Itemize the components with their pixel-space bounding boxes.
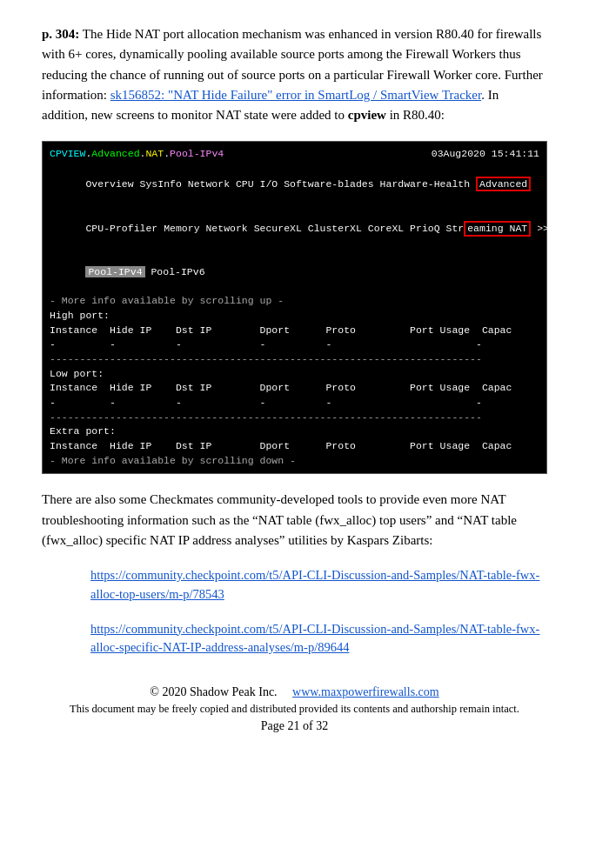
main-content: p. 304: The Hide NAT port allocation mec… [42, 24, 547, 733]
footer: © 2020 Shadow Peak Inc. www.maxpowerfire… [42, 685, 547, 733]
link-block-2: https://community.checkpoint.com/t5/API-… [90, 620, 547, 658]
terminal-sep-1: ----------------------------------------… [50, 352, 539, 367]
terminal-low-port-header: Instance Hide IP Dst IP Dport Proto Port… [50, 381, 539, 396]
website-link[interactable]: www.maxpowerfirewalls.com [292, 685, 439, 698]
terminal-extra-port-header: Instance Hide IP Dst IP Dport Proto Port… [50, 439, 539, 454]
intro-paragraph: p. 304: The Hide NAT port allocation mec… [42, 24, 547, 125]
terminal-title: CPVIEW.Advanced.NAT.Pool-IPv4 [50, 147, 224, 162]
intro-text3: in R80.40: [386, 108, 445, 122]
terminal-timestamp: 03Aug2020 15:41:11 [432, 147, 539, 162]
terminal-scroll-up: - More info available by scrolling up - [50, 294, 539, 309]
sk156852-link[interactable]: sk156852: "NAT Hide Failure" error in Sm… [110, 88, 481, 102]
cpview-word: cpview [348, 108, 386, 122]
nat-highlight: eaming NAT [464, 221, 531, 237]
terminal-arrow: >> [531, 223, 549, 234]
terminal-menu-left: Overview SysInfo Network CPU I/O Softwar… [85, 178, 476, 190]
footer-notice-text: This document may be freely copied and d… [42, 703, 547, 716]
terminal-line-2: Overview SysInfo Network CPU I/O Softwar… [50, 162, 539, 206]
pool-ipv6-tab: Pool-IPv6 [145, 266, 205, 277]
terminal-extra-port-label: Extra port: [50, 424, 539, 439]
middle-paragraph: There are also some Checkmates community… [42, 490, 547, 551]
nat-top-users-link[interactable]: https://community.checkpoint.com/t5/API-… [90, 568, 539, 601]
terminal-line-4: Pool-IPv4 Pool-IPv6 [50, 250, 539, 294]
terminal-sub-menu-left: CPU-Profiler Memory Network SecureXL Clu… [85, 223, 464, 234]
terminal-high-port-label: High port: [50, 309, 539, 324]
footer-copyright-line: © 2020 Shadow Peak Inc. www.maxpowerfire… [42, 685, 547, 699]
terminal-sep-2: ----------------------------------------… [50, 411, 539, 425]
copyright-text: © 2020 Shadow Peak Inc. [150, 685, 277, 698]
pool-ipv4-tab: Pool-IPv4 [85, 266, 144, 277]
nat-ip-analyses-link[interactable]: https://community.checkpoint.com/t5/API-… [90, 622, 539, 655]
terminal-low-port-label: Low port: [50, 367, 539, 382]
terminal-line-1: CPVIEW.Advanced.NAT.Pool-IPv4 03Aug2020 … [50, 147, 539, 162]
footer-page-number: Page 21 of 32 [42, 719, 547, 733]
advanced-highlight: Advanced [476, 177, 531, 192]
terminal-scroll-down: - More info available by scrolling down … [50, 454, 539, 469]
page-ref: p. 304: [42, 27, 79, 41]
link-block-1: https://community.checkpoint.com/t5/API-… [90, 566, 547, 604]
terminal-line-3: CPU-Profiler Memory Network SecureXL Clu… [50, 206, 539, 250]
terminal-high-port-header: Instance Hide IP Dst IP Dport Proto Port… [50, 324, 539, 338]
terminal-block: CPVIEW.Advanced.NAT.Pool-IPv4 03Aug2020 … [42, 141, 547, 474]
terminal-high-port-row: - - - - - - [50, 337, 539, 352]
terminal-low-port-row: - - - - - - [50, 396, 539, 411]
